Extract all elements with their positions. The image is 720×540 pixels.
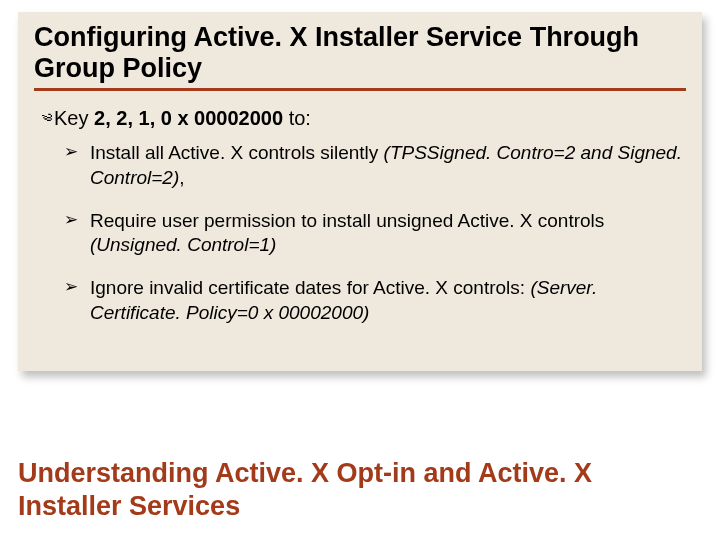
- key-line: ༄Key 2, 2, 1, 0 x 00002000 to:: [42, 107, 686, 131]
- item-text: Install all Active. X controls silently: [90, 142, 384, 163]
- item-italic: (Unsigned. Control=1): [90, 234, 276, 255]
- bullet-list: Install all Active. X controls silently …: [34, 141, 686, 325]
- item-text: Ignore invalid certificate dates for Act…: [90, 277, 530, 298]
- list-item: Install all Active. X controls silently …: [64, 141, 686, 190]
- bullet-curly-icon: ༄: [42, 108, 52, 131]
- list-item: Ignore invalid certificate dates for Act…: [64, 276, 686, 325]
- item-trail: ,: [179, 167, 184, 188]
- slide: Configuring Active. X Installer Service …: [0, 0, 720, 540]
- footer-title: Understanding Active. X Opt-in and Activ…: [18, 457, 702, 522]
- key-value: 2, 2, 1, 0 x 00002000: [94, 107, 283, 129]
- list-item: Require user permission to install unsig…: [64, 209, 686, 258]
- key-suffix: to:: [283, 107, 311, 129]
- slide-title: Configuring Active. X Installer Service …: [34, 22, 686, 91]
- content-box: Configuring Active. X Installer Service …: [18, 12, 702, 371]
- key-label: Key: [54, 107, 94, 129]
- item-text: Require user permission to install unsig…: [90, 210, 604, 231]
